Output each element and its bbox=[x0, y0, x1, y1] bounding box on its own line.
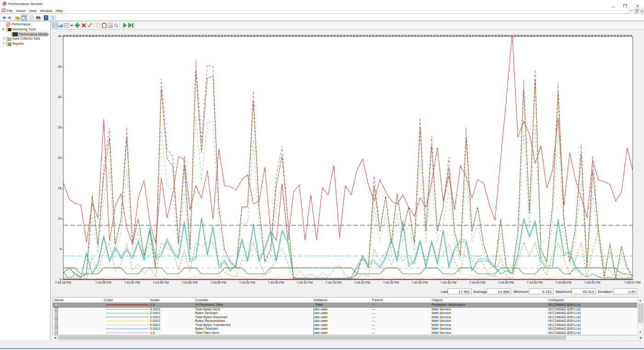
svg-text:?: ? bbox=[45, 16, 47, 20]
